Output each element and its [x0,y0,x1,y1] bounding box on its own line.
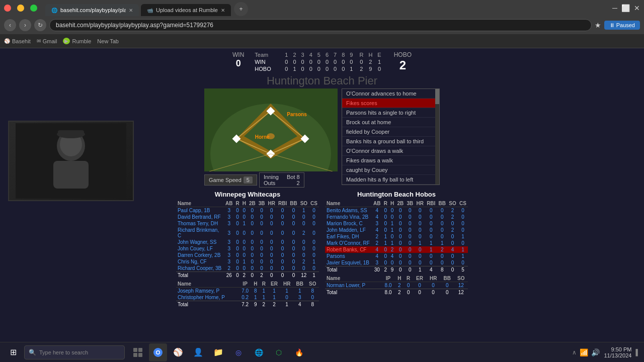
win-i6: 0 [323,58,331,65]
winn-cs-header: CS [309,200,319,207]
outs-row: Outs 2 [264,180,300,186]
clock-time: 9:50 PM [604,346,631,352]
nav-bar: ‹ › ↻ ★ ⏸ Paused [0,16,644,34]
winn-pso-header: SO [306,281,319,288]
taskbar-icon-mlb[interactable]: ⚾ [169,343,187,361]
hunt-pr: R [404,275,413,282]
winn-pbb-header: BB [293,281,306,288]
table-row: Fernando Vina, 2B4000000020 [325,214,468,220]
svg-rect-24 [138,353,142,357]
refresh-btn[interactable]: ↻ [34,19,46,31]
clock[interactable]: 9:50 PM 11/13/2024 [604,346,631,358]
taskbar-icon-folder[interactable]: 📁 [209,343,227,361]
paused-badge: ⏸ Paused [604,21,640,30]
game-controls: Game Speed 5 Inning Bot 8 Outs 2 [204,172,338,188]
window-restore-btn[interactable]: ⬜ [621,4,630,12]
table-row: John Wagner, SS3000000000 [176,239,319,245]
win-i3: 0 [299,58,307,65]
window-minimize-btn[interactable]: ─ [612,4,617,12]
table-row: John Couey, LF3000000000 [176,245,319,252]
hunt-bb-header: BB [437,200,448,207]
baseball-field-svg [204,88,338,171]
taskbar-icon-red[interactable]: 🔥 [290,343,308,361]
gmail-icon: ✉ [37,38,41,44]
pbp-item-4: fielded by Cooper [342,127,439,137]
hobo-i5: 0 [315,65,323,72]
main-game-area: Huntington Beach Pier [0,73,644,308]
minimize-btn[interactable] [17,5,24,12]
pbp-item-5: Banks hits a ground ball to third [342,137,439,146]
taskbar-icon-person[interactable]: 👤 [189,343,207,361]
pbp-scrollbar[interactable] [435,89,439,185]
hunt-rbi-header: RBI [425,200,437,207]
close-btn[interactable] [4,5,11,12]
window-close-btn[interactable]: ✕ [634,4,640,12]
taskbar-icon-discord[interactable]: ◎ [229,343,248,361]
table-row: Richard Brinkman, C3000000020 [176,227,319,239]
taskbar-icon-green[interactable]: ⬡ [270,343,288,361]
hobo-team-name: HOBO [252,65,282,72]
bookmark-gmail[interactable]: ✉ Gmail [37,38,57,44]
new-tab-btn[interactable]: + [234,2,248,16]
huntington-batting-table: Name AB R H 2B 3B HR RBI BB SO CS [325,200,468,273]
table-row: Thomas Terry, DH3010000000 [176,220,319,227]
taskbar-icon-chrome[interactable] [149,343,167,361]
bookmark-star[interactable]: ★ [595,21,601,29]
tab-rumble[interactable]: 📹 Upload videos at Rumble ✕ [141,4,231,16]
game-speed-control: Game Speed 5 [204,174,257,186]
pbp-item-6: O'Connor draws a walk [342,146,439,156]
table-row: Christopher Horne, P0.2111030 [176,294,319,301]
taskbar-icon-1[interactable] [129,343,147,361]
sound-icon: 🔊 [591,348,600,356]
svg-rect-5 [58,130,84,136]
pbp-item-0: O'Connor advances to home [342,89,439,99]
svg-point-27 [157,351,159,353]
tab-close-btn[interactable]: ✕ [129,8,133,13]
pbp-item-2: Parsons hits a single to right [342,108,439,118]
taskbar-icon-edge[interactable]: 🌐 [250,343,268,361]
win-i7: 0 [331,58,339,65]
taskbar-search[interactable]: 🔍 Type here to search [24,345,125,359]
winn-rbi-header: RBI [277,200,288,207]
player-name: Chris Ng, CF [176,258,224,265]
outs-value: 2 [297,180,300,186]
tab-rumble-favicon: 📹 [147,8,153,13]
forward-btn[interactable]: › [19,19,31,31]
back-btn[interactable]: ‹ [4,19,16,31]
player-parsons: Parsons [287,112,306,117]
winn-3b-header: 3B [257,200,267,207]
inning-8: 8 [339,51,347,58]
hobo-r: 2 [355,65,366,72]
winnepeg-batting-table: Name AB R H 2B 3B HR RBI BB SO CS [176,200,319,279]
tab-rumble-label: Upload videos at Rumble [156,7,218,13]
browser-chrome: 🌐 basehit.com/playbyplay/playb... ✕ 📹 Up… [0,0,644,48]
bookmark-basehit[interactable]: ⚾ Basehit [4,38,31,44]
tab-basehit[interactable]: 🌐 basehit.com/playbyplay/playb... ✕ [45,4,139,16]
center-panel: Huntington Beach Pier [176,73,468,308]
win-i5: 0 [315,58,323,65]
pbp-scrollbar-thumb[interactable] [435,89,439,104]
table-row: Benito Adams, SS4000000020 [325,207,468,214]
tab-rumble-close[interactable]: ✕ [221,8,225,13]
player-name: Richard Cooper, 3B [176,265,224,272]
huntington-stats: Huntington Beach Hobos Name AB R H 2B 3B… [325,191,468,308]
chrome-icon [153,347,163,357]
bookmark-rumble[interactable]: ▶ Rumble [63,38,91,44]
svg-rect-21 [133,348,137,352]
bookmark-newtab[interactable]: New Tab [97,38,119,44]
address-bar[interactable] [49,19,592,31]
start-button[interactable]: ⊞ [4,343,22,361]
winn-2b-header: 2B [248,200,257,207]
search-placeholder: Type here to search [39,349,88,355]
webcam [8,121,134,201]
win-score: 0 [232,58,244,69]
show-desktop-btn[interactable]: ▌ [635,349,640,356]
tray-chevron[interactable]: ∧ [572,349,577,356]
app-icon: ⬡ [276,348,282,356]
field-section: Horne Parsons Game Speed 5 Inning Bot 8 [204,88,338,188]
hobo-i7: 0 [331,65,339,72]
winn-ab-header: AB [224,200,234,207]
basehit-icon: ⚾ [4,38,10,44]
maximize-btn[interactable] [30,5,37,12]
win-label: WIN [232,51,244,58]
